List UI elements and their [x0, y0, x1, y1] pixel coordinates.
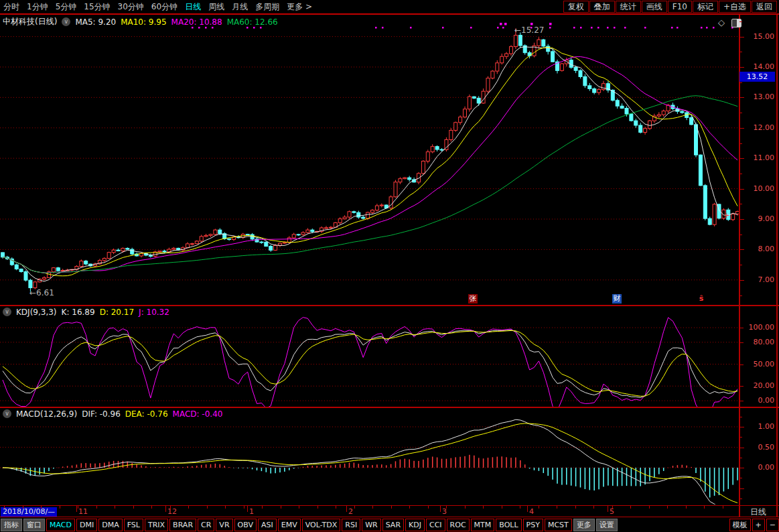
axis-tick [739, 97, 744, 98]
macd-chart-svg[interactable] [0, 408, 739, 505]
tab-wr[interactable]: WR [362, 519, 381, 531]
tab-emv[interactable]: EMV [278, 519, 301, 531]
event-marker-zhang[interactable]: 张 [468, 294, 478, 304]
period-label: 日线 [740, 507, 776, 518]
tab-obv[interactable]: OBV [234, 519, 257, 531]
date-axis-tick [23, 506, 23, 509]
price-axis-label: 7.00 [741, 275, 774, 284]
tab-chuangkou[interactable]: 窗口 [23, 519, 45, 531]
menubar-tools: 复权叠加统计画线F10标记+自选返回 [563, 1, 779, 13]
event-marker-cai[interactable]: 财 [612, 294, 622, 304]
menu-item-monthly[interactable]: 月线 [232, 1, 248, 13]
price-axis-label: 14.00 [741, 62, 774, 71]
tab-fsl[interactable]: FSL [124, 519, 143, 531]
month-label-4: 4 [529, 507, 534, 516]
tab-psy[interactable]: PSY [523, 519, 543, 531]
tab-kdj[interactable]: KDJ [405, 519, 425, 531]
date-axis-tick [409, 506, 410, 509]
menu-item-daily[interactable]: 日线 [185, 1, 201, 13]
tab-plus[interactable]: + [752, 519, 765, 531]
kdj-chart-svg[interactable] [0, 306, 739, 407]
tab-rsi[interactable]: RSI [342, 519, 360, 531]
axis-tick [739, 417, 742, 417]
kdj-axis-label: 50.00 [741, 360, 774, 369]
tab-macd[interactable]: MACD [46, 519, 75, 531]
tab-moban[interactable]: 模板 [729, 519, 751, 531]
date-axis-tick [593, 506, 594, 509]
main-kdj-separator[interactable] [0, 305, 779, 306]
kdj-macd-separator[interactable] [0, 407, 779, 408]
toolbar-button-biaoji[interactable]: 标记 [693, 1, 718, 13]
tab-voltdx[interactable]: VOL-TDX [302, 519, 341, 531]
tab-mcst[interactable]: MCST [545, 519, 572, 531]
menu-item-min30[interactable]: 30分钟 [118, 1, 144, 13]
price-axis-label: 13.00 [741, 92, 774, 101]
tab-sar[interactable]: SAR [382, 519, 404, 531]
tab-gengduo[interactable]: 更多 [573, 519, 595, 531]
tab-cci[interactable]: CCI [426, 519, 445, 531]
date-axis-tick [336, 506, 336, 509]
macd-collapse-chevron-icon[interactable]: ∨ [3, 409, 11, 418]
tab-shezhi[interactable]: 设置 [596, 519, 618, 531]
kdj-collapse-chevron-icon[interactable]: ∨ [3, 308, 11, 316]
date-axis-tick [354, 506, 355, 509]
menu-item-weekly[interactable]: 周线 [208, 1, 224, 13]
axis-tick [739, 21, 742, 22]
month-tick [346, 506, 347, 512]
toolbar-button-fanhui[interactable]: 返回 [752, 1, 777, 13]
date-axis-tick [391, 506, 392, 509]
tab-asi[interactable]: ASI [258, 519, 277, 531]
macd-title: MACD(12,26,9) [16, 409, 77, 419]
menu-item-multi[interactable]: 多周期 [255, 1, 279, 13]
menu-item-more[interactable]: 更多 > [287, 1, 312, 13]
tab-mtm[interactable]: MTM [471, 519, 495, 531]
tab-roc[interactable]: ROC [447, 519, 470, 531]
macd-histogram [2, 455, 738, 498]
month-tick [76, 506, 77, 512]
tab-brar[interactable]: BRAR [169, 519, 196, 531]
event-marker-dividend[interactable]: ŝ [697, 294, 706, 304]
collapse-chevron-icon[interactable]: ∨ [62, 17, 70, 26]
axis-tick [739, 488, 744, 489]
toolbar-button-huaxian[interactable]: 画线 [642, 1, 667, 13]
macd-dea-line [3, 423, 737, 503]
menu-item-fenshi[interactable]: 分时 [3, 1, 19, 13]
price-axis-label: 15.00 [741, 32, 774, 41]
panel-split-icon[interactable] [731, 19, 741, 27]
toolbar-button-zixuan[interactable]: +自选 [719, 1, 751, 13]
price-axis-label: 9.00 [741, 214, 774, 223]
toolbar-button-diejia[interactable]: 叠加 [589, 1, 615, 13]
main-panel-header: 中材科技(日线) ∨ MA5: 9.20 MA10: 9.95 MA20: 10… [3, 17, 278, 27]
diamond-marker-icon[interactable]: ◇ [718, 17, 725, 27]
kdj-title: KDJ(9,3,3) [16, 308, 57, 317]
kdj-panel-header: ∨ KDJ(9,3,3) K: 16.89 D: 20.17 J: 10.32 [3, 307, 169, 317]
menu-item-min15[interactable]: 15分钟 [84, 1, 110, 13]
tab-trix[interactable]: TRIX [145, 519, 168, 531]
month-label-1: 1 [249, 507, 254, 516]
axis-tick [739, 427, 744, 427]
toolbar-button-fuquan[interactable]: 复权 [563, 1, 589, 13]
date-axis-start: 2018/10/08/— [1, 507, 57, 517]
menu-item-min60[interactable]: 60分钟 [151, 1, 178, 13]
tab-vr[interactable]: VR [216, 519, 232, 531]
menu-item-min1[interactable]: 1分钟 [27, 1, 48, 13]
toolbar-button-tongji[interactable]: 统计 [616, 1, 641, 13]
tab-minus[interactable]: − [766, 519, 779, 531]
tab-dma[interactable]: DMA [98, 519, 123, 531]
date-axis-tick [723, 506, 723, 509]
tab-zhibiao[interactable]: 指标 [1, 519, 22, 531]
axis-tick [739, 478, 742, 478]
tab-cr[interactable]: CR [198, 519, 214, 531]
tab-boll[interactable]: BOLL [496, 519, 521, 531]
date-axis-tick [520, 506, 520, 509]
month-tick [608, 506, 608, 512]
tab-dmi[interactable]: DMI [76, 519, 97, 531]
date-axis-tick [225, 506, 226, 509]
menu-item-min5[interactable]: 5分钟 [56, 1, 77, 13]
main-chart-svg[interactable] [0, 15, 739, 305]
kdj-j-value: J: 10.32 [139, 308, 169, 317]
macd-date-separator [0, 505, 779, 506]
toolbar-button-f10[interactable]: F10 [668, 1, 692, 13]
axis-tick [739, 158, 744, 159]
last-candle-cursor: + [724, 212, 729, 219]
